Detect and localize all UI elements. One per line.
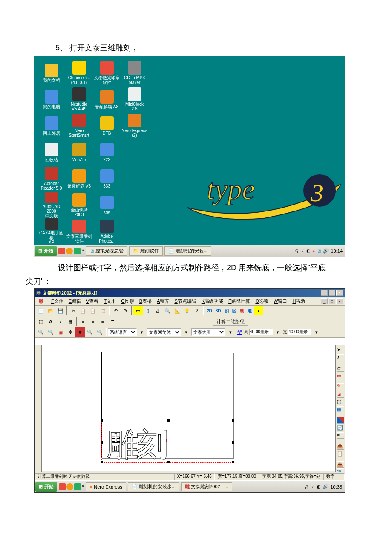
desktop-icon[interactable]: MiziClock 2.6 [121,86,148,113]
layer-tool[interactable]: 📋 [337,451,344,457]
pointer-tool[interactable]: ➤ [337,347,344,353]
desktop-icon[interactable]: 333 [93,165,121,192]
output-tool[interactable]: 📤 [337,443,344,450]
desktop-icon[interactable]: Ncstudio V5.4.49 [65,86,93,113]
engraving-text[interactable]: 雕刻 [107,423,166,466]
paste-icon[interactable]: 📋 [88,306,98,315]
desktop-icon[interactable]: 文泰三维雕刻 软件 [65,218,93,245]
desktop-icon[interactable]: sds [93,192,121,218]
zoom-window-icon[interactable]: ▣ [56,327,65,337]
mdi-minimize[interactable]: _ [321,298,328,304]
tray-icon[interactable]: ◐ [317,484,321,489]
redo-icon[interactable]: ↷ [121,306,130,315]
dropdown-icon[interactable]: ▾ [226,327,235,337]
about-icon[interactable]: ? [192,306,202,315]
export-tool[interactable]: 📤 [337,461,344,468]
mdi-close[interactable]: × [336,298,343,304]
quicklaunch-icon[interactable] [66,483,73,490]
color-tool[interactable] [337,417,344,424]
dropdown-icon[interactable]: ▾ [312,327,321,337]
desktop-icon[interactable]: CD to MP3 Maker [121,60,148,86]
curve-tool[interactable]: ✎ [337,383,344,390]
copy-icon[interactable]: 📋 [78,306,88,315]
clock[interactable]: 10:35 [330,484,342,489]
tray-icon[interactable]: ● [312,249,315,254]
desktop-icon[interactable]: Acrobat Reader 5.0 [37,165,65,192]
menu-item[interactable]: G图形 [118,298,137,304]
taskbar-item[interactable]: ● Nero Express [86,482,126,491]
tray-icon[interactable]: 🔊 [323,484,329,489]
open-icon[interactable]: 📂 [46,306,55,315]
taskbar-item[interactable]: 雕 文泰雕刻2002 - ... [181,482,232,491]
menu-item[interactable]: F文件 [49,298,66,304]
mode-2d-button[interactable]: 2D [205,306,214,315]
desktop-icon[interactable]: 超级解霸 V8 [65,165,93,192]
zoom-in-icon[interactable]: 🔍 [36,327,46,337]
menu-item[interactable]: V查看 [84,298,101,304]
dropdown-icon[interactable]: ▾ [273,327,282,337]
quicklaunch-expand[interactable]: » [81,248,84,254]
tool-icon[interactable]: ▪ [254,306,263,315]
mode-镂-button[interactable]: 镂 [238,306,246,316]
italic-icon[interactable]: I [56,317,65,326]
minimize-button[interactable]: _ [321,290,328,296]
taskbar-item[interactable]: 🖥 虚拟光碟总管 [86,246,127,256]
tool-icon[interactable]: ⬚ [98,306,107,315]
quicklaunch-icon[interactable] [66,248,73,254]
menu-item[interactable]: O选项 [253,298,271,304]
desktop-icon[interactable]: 文泰激光印章 软件 [93,60,121,86]
menu-item[interactable]: K高级功能 [199,298,226,304]
cut-icon[interactable]: ✂ [69,306,78,315]
desktop-icon[interactable]: 我的电脑 [37,86,65,113]
start-button[interactable]: ⊞开始 [35,482,57,492]
font-family-select[interactable]: 文泰98简体 [147,328,181,336]
desktop-icon[interactable]: Nero Express (2) [121,113,148,139]
print-icon[interactable]: 🖨 [153,306,162,315]
mode-区-button[interactable]: 区 [231,306,238,316]
save-icon[interactable]: 💾 [56,306,65,315]
rotate-tool[interactable]: 🔄 [337,425,344,431]
menu-item[interactable]: E编辑 [66,298,84,304]
menu-item[interactable]: W窗口 [271,298,290,304]
quicklaunch-icon[interactable] [74,483,81,490]
lang-select[interactable]: 系统语言 [108,328,137,336]
desktop-icon[interactable]: 音频解霸 A8 [93,86,121,113]
mode-割-button[interactable]: 割 [223,306,231,316]
quicklaunch-icon[interactable] [58,248,65,254]
height-input[interactable] [249,329,273,335]
preview-icon[interactable]: 🔍 [163,306,172,315]
width-input[interactable] [288,329,311,335]
tray-icon[interactable]: 🖥 [317,249,321,254]
desktop-icon[interactable]: WinZip [65,139,93,165]
desktop-icon[interactable]: 回收站 [37,139,65,165]
desktop-icon[interactable]: CAXA电子图板 XP [37,218,65,245]
desktop-icon[interactable]: Nero StartSmart [65,113,93,139]
taskbar-item[interactable]: 📁 雕刻软件 [129,246,163,256]
maximize-button[interactable]: □ [329,290,335,296]
text-a-icon[interactable]: A [46,317,55,326]
quicklaunch-expand[interactable]: » [82,483,84,490]
rect-tool[interactable]: ▭ [337,373,344,379]
zoom-fit-icon[interactable]: 🔍 [85,327,95,337]
grid-tool[interactable]: ▦ [337,406,344,413]
menu-item[interactable]: H帮助 [290,298,308,304]
mdi-maximize[interactable]: □ [329,298,335,304]
tool-icon[interactable]: ▯ [143,306,153,315]
dropdown-icon[interactable]: ▾ [182,327,191,337]
menu-item[interactable]: P路径计算 [226,298,253,304]
mode-雕-button[interactable]: 雕 [246,306,254,316]
menu-item[interactable]: S节点编辑 [172,298,199,304]
taskbar-item[interactable]: 📄 雕刻机的安装... [164,246,211,256]
tool-icon[interactable]: ■ [75,327,85,337]
hatch-icon[interactable]: ▦ [66,317,75,326]
align-tool[interactable]: ≡ [337,432,344,439]
canvas[interactable]: + 雕刻 [42,352,335,475]
help-icon[interactable]: 💡 [182,306,192,315]
tray-icon[interactable]: 🔊 [323,248,329,254]
tray-icon[interactable]: 🖨 [294,249,299,254]
desktop-icon[interactable]: 网上邻居 [37,113,65,139]
zoom-out-icon[interactable]: 🔍 [46,327,55,337]
calc-2d-path-button[interactable]: 计算二维路径 [213,318,248,326]
menu-item[interactable]: B表格 [137,298,154,304]
quicklaunch-icon[interactable] [59,483,66,490]
